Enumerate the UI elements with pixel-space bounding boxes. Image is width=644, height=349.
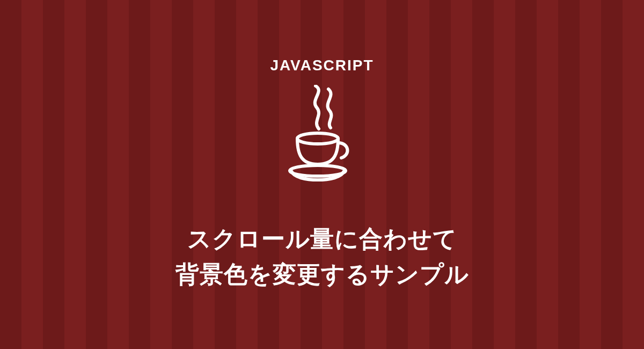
svg-point-0 [297,133,338,144]
svg-point-1 [290,165,346,176]
title-line-2: 背景色を変更するサンプル [175,261,469,287]
article-title: スクロール量に合わせて 背景色を変更するサンプル [175,221,469,292]
java-icon [284,85,360,189]
category-label: JAVASCRIPT [270,57,374,74]
title-line-1: スクロール量に合わせて [187,226,457,252]
hero-banner: JAVASCRIPT スクロール量に合わせて 背景色を変更するサンプル [0,0,644,349]
